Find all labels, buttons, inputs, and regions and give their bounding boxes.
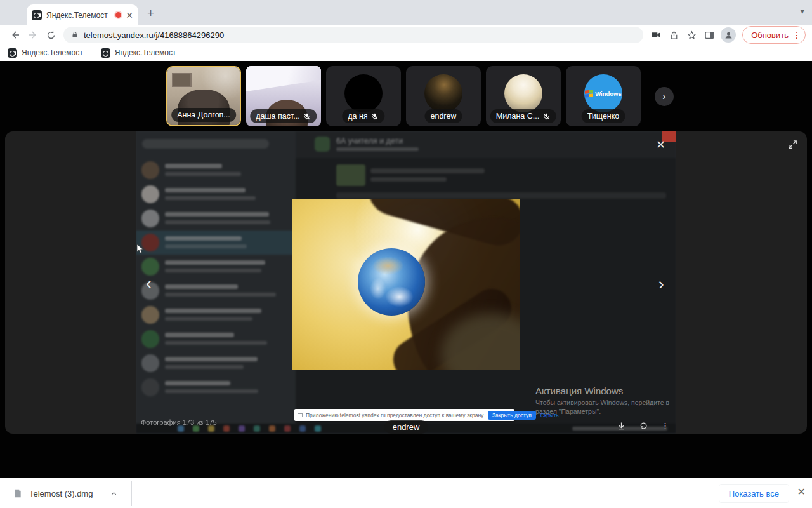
remote-cursor-icon xyxy=(136,244,145,254)
show-all-downloads-button[interactable]: Показать все xyxy=(719,484,789,503)
participant-name-pill: Милана С... xyxy=(490,109,556,123)
remote-viewer-close-icon: ✕ xyxy=(656,138,665,152)
participant-name: endrew xyxy=(431,112,457,121)
stop-sharing-button: Закрыть доступ xyxy=(488,411,536,420)
shelf-close-icon[interactable]: ✕ xyxy=(797,487,806,497)
participant-name-pill: да ня xyxy=(342,109,384,123)
telemost-favicon xyxy=(101,48,110,58)
avatar: Windows xyxy=(584,74,622,112)
participant-name-pill: endrew xyxy=(425,109,462,123)
more-options-icon: ⋮ xyxy=(661,421,669,431)
stage: 6А учителя и дети xyxy=(5,131,807,434)
telemost-favicon xyxy=(8,48,17,58)
avatar xyxy=(424,74,462,112)
file-icon xyxy=(13,488,23,498)
mic-muted-icon xyxy=(371,112,379,121)
lock-icon xyxy=(71,31,79,39)
tab-title: Яндекс.Телемост xyxy=(46,11,111,20)
participant-tile[interactable]: Милана С... xyxy=(486,66,561,126)
bookmarks-bar: Яндекс.Телемост Яндекс.Телемост xyxy=(0,44,812,61)
participant-name-pill: даша паст... xyxy=(250,109,317,123)
chrome-update-button[interactable]: Обновить ⋮ xyxy=(742,26,806,44)
share-icon[interactable] xyxy=(665,26,683,44)
expand-fullscreen-button[interactable] xyxy=(787,139,798,150)
bookmark-item[interactable]: Яндекс.Телемост xyxy=(8,48,83,58)
participant-tile[interactable]: Анна Долгоп... xyxy=(166,66,241,126)
participant-name: Анна Долгоп... xyxy=(177,110,230,119)
bookmark-star-icon[interactable] xyxy=(683,26,700,44)
remote-photo-counter: Фотография 173 из 175 xyxy=(141,418,217,426)
monitor-icon xyxy=(298,413,303,417)
earth-globe xyxy=(358,248,425,316)
participant-name: Тищенко xyxy=(587,112,620,121)
mic-muted-icon xyxy=(542,112,551,121)
shared-photo-earth-in-hand xyxy=(292,199,520,370)
participant-tile[interactable]: даша паст... xyxy=(246,66,321,126)
participant-name: да ня xyxy=(348,112,367,121)
participant-name-pill: Анна Долгоп... xyxy=(171,108,236,122)
tab-close-icon[interactable]: ✕ xyxy=(126,11,133,20)
tab-recording-indicator-icon xyxy=(115,12,121,18)
presenter-name: endrew xyxy=(393,422,420,432)
bookmark-item[interactable]: Яндекс.Телемост xyxy=(101,48,176,58)
browser-tab-strip: Яндекс.Телемост ✕ + ▾ xyxy=(0,0,812,25)
download-icon xyxy=(617,421,626,431)
participant-name: Милана С... xyxy=(496,112,539,121)
tab-overflow-chevron-icon[interactable]: ▾ xyxy=(800,6,804,16)
browser-tab[interactable]: Яндекс.Телемост ✕ xyxy=(27,4,138,25)
participant-tile[interactable]: WindowsТищенко xyxy=(566,66,641,126)
reload-button[interactable] xyxy=(42,26,60,44)
telemost-favicon xyxy=(32,10,42,20)
avatar xyxy=(504,74,542,112)
shared-screen-view: 6А учителя и дети xyxy=(136,131,676,434)
browser-toolbar: telemost.yandex.ru/j/41688864296290 Обно… xyxy=(0,25,812,44)
participants-strip: Анна Долгоп...даша паст...да няendrewМил… xyxy=(166,66,641,126)
mic-muted-icon xyxy=(303,112,311,121)
back-button[interactable] xyxy=(6,26,24,44)
download-item[interactable]: Telemost (3).dmg xyxy=(6,483,124,504)
windows-flag-icon xyxy=(585,90,593,97)
participant-tile[interactable]: да ня xyxy=(326,66,401,126)
avatar xyxy=(344,74,383,112)
bookmark-label: Яндекс.Телемост xyxy=(22,48,83,57)
hide-banner-button: Скрыть xyxy=(539,412,560,418)
participant-name: даша паст... xyxy=(256,112,299,121)
forward-button[interactable] xyxy=(24,26,42,44)
address-bar[interactable]: telemost.yandex.ru/j/41688864296290 xyxy=(63,27,643,43)
banner-text: Приложению telemost.yandex.ru предоставл… xyxy=(306,412,485,418)
tab-camera-indicator-icon[interactable] xyxy=(647,26,665,44)
side-panel-icon[interactable] xyxy=(700,26,718,44)
profile-avatar[interactable] xyxy=(721,27,736,43)
telemost-app: Анна Долгоп...даша паст...да няendrewМил… xyxy=(0,61,812,478)
remote-chat-title: 6А учителя и дети xyxy=(336,137,403,145)
screen-share-permission-banner: Приложению telemost.yandex.ru предоставл… xyxy=(294,409,514,421)
new-tab-button[interactable]: + xyxy=(147,6,154,20)
browser-menu-icon: ⋮ xyxy=(792,30,801,40)
chevron-up-icon[interactable] xyxy=(110,490,117,497)
participant-tile[interactable]: endrew xyxy=(406,66,481,126)
participants-scroll-right-button[interactable]: › xyxy=(655,87,674,106)
bookmark-label: Яндекс.Телемост xyxy=(115,48,176,57)
update-label: Обновить xyxy=(751,30,789,40)
rotate-icon xyxy=(639,421,648,431)
shelf-divider xyxy=(131,481,132,506)
remote-photo-next-icon: › xyxy=(658,276,664,292)
presenter-name-pill: endrew xyxy=(384,420,428,434)
download-shelf: Telemost (3).dmg Показать все ✕ xyxy=(0,478,812,508)
avatar-label: Windows xyxy=(595,90,622,97)
url-text: telemost.yandex.ru/j/41688864296290 xyxy=(84,30,224,40)
remote-photo-prev-icon: ‹ xyxy=(146,275,152,291)
download-file-name: Telemost (3).dmg xyxy=(29,489,93,498)
remote-viewer-toolbar: ⋮ xyxy=(617,421,669,431)
participant-name-pill: Тищенко xyxy=(582,109,625,123)
